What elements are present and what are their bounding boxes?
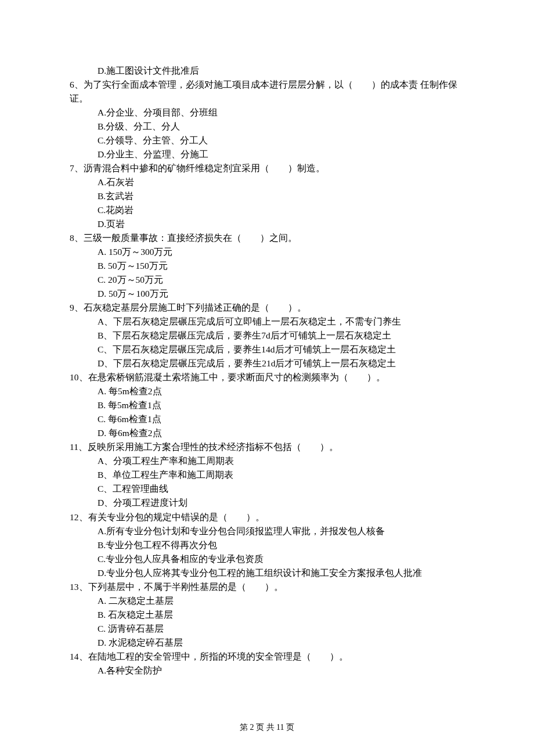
question-10-option-b: B. 每5m检查1点	[70, 398, 470, 412]
question-13-option-d: D. 水泥稳定碎石基层	[70, 636, 470, 650]
question-14-option-a: A.各种安全防护	[70, 664, 470, 678]
question-9-option-a: A、下层石灰稳定层碾压完成后可立即铺上一层石灰稳定土，不需专门养生	[70, 315, 470, 329]
question-11-option-a: A、分项工程生产率和施工周期表	[70, 454, 470, 468]
question-13-option-a: A. 二灰稳定土基层	[70, 594, 470, 608]
question-7-option-b: B.玄武岩	[70, 189, 470, 203]
question-8-option-b: B. 50万～150万元	[70, 259, 470, 273]
question-12-option-a: A.所有专业分包计划和专业分包合同须报监理人审批，并报发包人核备	[70, 524, 470, 538]
question-10-option-c: C. 每6m检查1点	[70, 412, 470, 426]
question-9: 9、石灰稳定基层分层施工时下列描述正确的是（ ）。	[70, 301, 470, 315]
question-11: 11、反映所采用施工方案合理性的技术经济指标不包括（ ）。	[70, 440, 470, 454]
question-8-option-d: D. 50万～100万元	[70, 287, 470, 301]
question-6-option-d: D.分业主、分监理、分施工	[70, 147, 470, 161]
question-7-option-c: C.花岗岩	[70, 203, 470, 217]
question-8: 8、三级一般质量事故：直接经济损失在（ ）之间。	[70, 231, 470, 245]
question-7-option-a: A.石灰岩	[70, 175, 470, 189]
question-9-option-c: C、下层石灰稳定层碾压完成后，要养生14d后才可铺筑上一层石灰稳定土	[70, 343, 470, 357]
question-10-option-a: A. 每5m检查2点	[70, 384, 470, 398]
question-11-option-c: C、工程管理曲线	[70, 482, 470, 496]
question-6: 6、为了实行全面成本管理，必须对施工项目成本进行层层分解，以（ ）的成本责 任制…	[70, 78, 470, 106]
question-6-option-c: C.分领导、分主管、分工人	[70, 134, 470, 147]
question-7: 7、沥青混合料中掺和的矿物纤维稳定剂宜采用（ ）制造。	[70, 161, 470, 175]
question-9-option-d: D、下层石灰稳定层碾压完成后，要养生21d后才可铺筑上一层石灰稳定土	[70, 357, 470, 370]
page-footer: 第 2 页 共 11 页	[0, 721, 534, 734]
question-8-option-c: C. 20万～50万元	[70, 273, 470, 287]
question-12-option-d: D.专业分包人应将其专业分包工程的施工组织设计和施工安全方案报承包人批准	[70, 566, 470, 580]
question-10: 10、在悬索桥钢筋混凝土索塔施工中，要求断面尺寸的检测频率为（ ）。	[70, 370, 470, 384]
question-11-option-b: B、单位工程生产率和施工周期表	[70, 468, 470, 482]
question-11-option-d: D、分项工程进度计划	[70, 496, 470, 510]
question-10-option-d: D. 每6m检查2点	[70, 426, 470, 440]
question-13: 13、下列基层中，不属于半刚性基层的是（ ）。	[70, 580, 470, 594]
question-5-option-d: D.施工图设计文件批准后	[70, 64, 470, 78]
question-6-option-a: A.分企业、分项目部、分班组	[70, 106, 470, 120]
question-13-option-c: C. 沥青碎石基层	[70, 622, 470, 636]
question-12-option-b: B.专业分包工程不得再次分包	[70, 538, 470, 552]
question-9-option-b: B、下层石灰稳定层碾压完成后，要养生7d后才可铺筑上一层石灰稳定土	[70, 329, 470, 343]
question-13-option-b: B. 石灰稳定土基层	[70, 608, 470, 622]
question-8-option-a: A. 150万～300万元	[70, 245, 470, 259]
question-14: 14、在陆地工程的安全管理中，所指的环境的安全管理是（ ）。	[70, 650, 470, 664]
question-12-option-c: C.专业分包人应具备相应的专业承包资质	[70, 552, 470, 566]
question-6-option-b: B.分级、分工、分人	[70, 120, 470, 134]
question-12: 12、有关专业分包的规定中错误的是（ ）。	[70, 510, 470, 524]
question-7-option-d: D.页岩	[70, 217, 470, 231]
document-page: D.施工图设计文件批准后 6、为了实行全面成本管理，必须对施工项目成本进行层层分…	[0, 0, 534, 756]
